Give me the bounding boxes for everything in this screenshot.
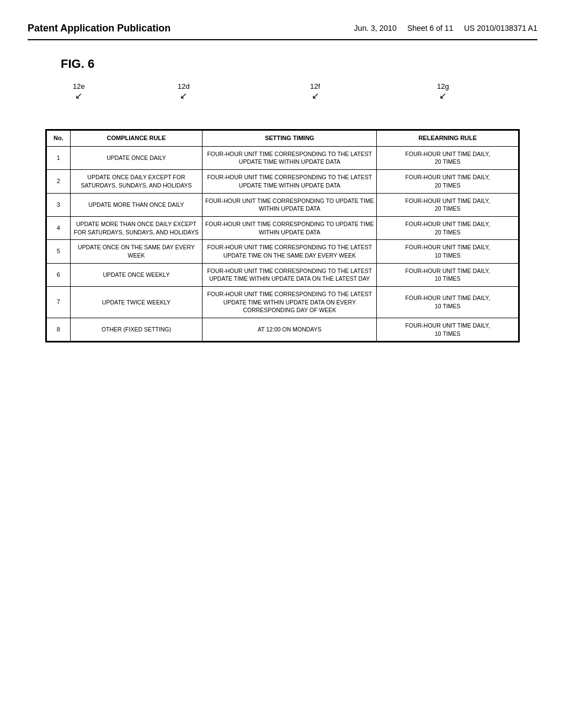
cell-compliance-6: UPDATE TWICE WEEKLY — [70, 287, 202, 318]
main-table: No. COMPLIANCE RULE SETTING TIMING RELEA… — [46, 130, 519, 341]
label-12g: 12g — [437, 82, 449, 90]
cell-no-6: 7 — [47, 287, 71, 318]
col-setting-label: SETTING TIMING — [265, 135, 314, 141]
cell-no-7: 8 — [47, 318, 71, 341]
cell-no-2: 3 — [47, 193, 71, 216]
cell-setting-3: FOUR-HOUR UNIT TIME CORRESPONDING TO UPD… — [202, 216, 377, 239]
col-no-label: No. — [54, 135, 63, 141]
cell-setting-2: FOUR-HOUR UNIT TIME CORRESPONDING TO UPD… — [202, 193, 377, 216]
cell-setting-6: FOUR-HOUR UNIT TIME CORRESPONDING TO THE… — [202, 287, 377, 318]
label-12f-group: 12f ↙ — [310, 82, 320, 101]
label-12g-group: 12g ↙ — [437, 82, 449, 101]
figure-label: FIG. 6 — [61, 57, 94, 71]
cell-no-5: 6 — [47, 263, 71, 286]
figure-title: FIG. 6 — [61, 57, 537, 71]
label-12d: 12d — [178, 82, 190, 90]
cell-relearning-1: FOUR-HOUR UNIT TIME DAILY,20 TIMES — [377, 170, 519, 193]
label-12e: 12e — [73, 82, 85, 90]
cell-relearning-2: FOUR-HOUR UNIT TIME DAILY,20 TIMES — [377, 193, 519, 216]
cell-compliance-4: UPDATE ONCE ON THE SAME DAY EVERY WEEK — [70, 240, 202, 263]
arrow-12d: ↙ — [180, 91, 187, 100]
table-row: 7UPDATE TWICE WEEKLYFOUR-HOUR UNIT TIME … — [47, 287, 519, 318]
table-row: 5UPDATE ONCE ON THE SAME DAY EVERY WEEKF… — [47, 240, 519, 263]
cell-compliance-0: UPDATE ONCE DAILY — [70, 146, 202, 169]
col-header-no: No. — [47, 131, 71, 146]
arrow-12e: ↙ — [75, 91, 82, 100]
cell-no-3: 4 — [47, 216, 71, 239]
cell-relearning-0: FOUR-HOUR UNIT TIME DAILY,20 TIMES — [377, 146, 519, 169]
cell-relearning-4: FOUR-HOUR UNIT TIME DAILY,10 TIMES — [377, 240, 519, 263]
cell-relearning-3: FOUR-HOUR UNIT TIME DAILY,20 TIMES — [377, 216, 519, 239]
col-header-relearning: RELEARNING RULE — [377, 131, 519, 146]
table-row: 2UPDATE ONCE DAILY EXCEPT FOR SATURDAYS,… — [47, 170, 519, 193]
col-compliance-label: COMPLIANCE RULE — [106, 135, 166, 141]
cell-setting-4: FOUR-HOUR UNIT TIME CORRESPONDING TO THE… — [202, 240, 377, 263]
cell-compliance-5: UPDATE ONCE WEEKLY — [70, 263, 202, 286]
label-12d-group: 12d ↙ — [178, 82, 190, 101]
label-12e-group: 12e ↙ — [73, 82, 85, 101]
table-row: 1UPDATE ONCE DAILYFOUR-HOUR UNIT TIME CO… — [47, 146, 519, 169]
cell-setting-5: FOUR-HOUR UNIT TIME CORRESPONDING TO THE… — [202, 263, 377, 286]
col-relearning-label: RELEARNING RULE — [418, 135, 477, 141]
header-info: Jun. 3, 2010 Sheet 6 of 11 US 2010/01383… — [354, 22, 537, 34]
cell-no-0: 1 — [47, 146, 71, 169]
cell-relearning-5: FOUR-HOUR UNIT TIME DAILY,10 TIMES — [377, 263, 519, 286]
arrow-12f: ↙ — [312, 91, 319, 100]
cell-setting-0: FOUR-HOUR UNIT TIME CORRESPONDING TO THE… — [202, 146, 377, 169]
diagram-area: 12e ↙ 12d ↙ 12f ↙ 12g ↙ — [45, 82, 520, 342]
table-row: 8OTHER (FIXED SETTING)AT 12:00 ON MONDAY… — [47, 318, 519, 341]
cell-no-4: 5 — [47, 240, 71, 263]
col-header-compliance: COMPLIANCE RULE — [70, 131, 202, 146]
header-patent: US 2010/0138371 A1 — [464, 24, 537, 33]
cell-relearning-7: FOUR-HOUR UNIT TIME DAILY,10 TIMES — [377, 318, 519, 341]
publication-title-text: Patent Application Publication — [28, 23, 170, 34]
table-row: 4UPDATE MORE THAN ONCE DAILY EXCEPT FOR … — [47, 216, 519, 239]
cell-compliance-3: UPDATE MORE THAN ONCE DAILY EXCEPT FOR S… — [70, 216, 202, 239]
cell-no-1: 2 — [47, 170, 71, 193]
main-table-wrapper: No. COMPLIANCE RULE SETTING TIMING RELEA… — [45, 129, 520, 342]
header-date: Jun. 3, 2010 — [354, 24, 397, 33]
col-header-setting: SETTING TIMING — [202, 131, 377, 146]
cell-relearning-6: FOUR-HOUR UNIT TIME DAILY,10 TIMES — [377, 287, 519, 318]
table-header-row: No. COMPLIANCE RULE SETTING TIMING RELEA… — [47, 131, 519, 146]
publication-title: Patent Application Publication — [28, 22, 170, 35]
cell-compliance-1: UPDATE ONCE DAILY EXCEPT FOR SATURDAYS, … — [70, 170, 202, 193]
page: Patent Application Publication Jun. 3, 2… — [0, 0, 565, 728]
cell-setting-7: AT 12:00 ON MONDAYS — [202, 318, 377, 341]
arrow-12g: ↙ — [439, 91, 446, 100]
cell-compliance-7: OTHER (FIXED SETTING) — [70, 318, 202, 341]
page-header: Patent Application Publication Jun. 3, 2… — [28, 22, 537, 40]
cell-setting-1: FOUR-HOUR UNIT TIME CORRESPONDING TO THE… — [202, 170, 377, 193]
cell-compliance-2: UPDATE MORE THAN ONCE DAILY — [70, 193, 202, 216]
header-sheet: Sheet 6 of 11 — [407, 24, 453, 33]
table-row: 3UPDATE MORE THAN ONCE DAILYFOUR-HOUR UN… — [47, 193, 519, 216]
table-row: 6UPDATE ONCE WEEKLYFOUR-HOUR UNIT TIME C… — [47, 263, 519, 286]
label-12f: 12f — [310, 82, 320, 90]
